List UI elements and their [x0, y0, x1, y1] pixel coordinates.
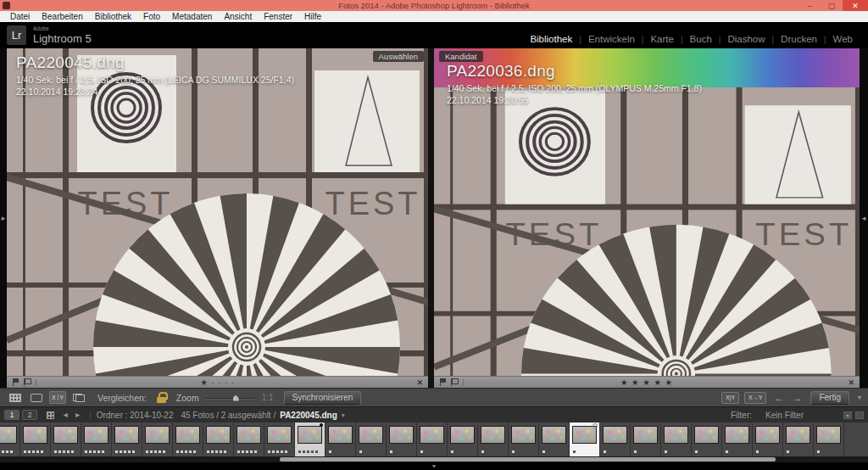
filmstrip-thumbnail[interactable]: [600, 422, 631, 456]
filmstrip-thumbnail[interactable]: [81, 422, 112, 456]
filmstrip-thumbnail[interactable]: [203, 422, 234, 456]
right-panel-reveal[interactable]: ◂: [860, 48, 868, 388]
previous-photo-button[interactable]: ←: [774, 392, 784, 404]
thumbnail-rating-dots: [604, 450, 606, 453]
primary-monitor-button[interactable]: 1: [4, 410, 19, 420]
filter-preset-caret-icon[interactable]: ▾: [843, 411, 852, 419]
select-close-icon[interactable]: ✕: [416, 378, 423, 387]
filmstrip-thumbnail[interactable]: [234, 422, 264, 456]
filmstrip-thumbnail[interactable]: [722, 422, 753, 456]
filmstrip-thumbnail[interactable]: [692, 422, 722, 456]
filter-dropdown[interactable]: Kein Filter: [765, 411, 840, 420]
next-photo-button[interactable]: →: [792, 392, 802, 404]
filmstrip-thumbnail[interactable]: [356, 422, 387, 456]
filmstrip-thumbnail[interactable]: [112, 422, 142, 456]
candidate-datetime: 22.10.2014 19:20:55: [447, 95, 702, 105]
menu-foto[interactable]: Foto: [137, 12, 166, 21]
filmstrip-thumbnail[interactable]: [142, 422, 173, 456]
filmstrip-thumbnail[interactable]: [631, 422, 661, 456]
menu-ansicht[interactable]: Ansicht: [218, 12, 258, 21]
filmstrip-thumbnail[interactable]: [326, 422, 356, 456]
filmstrip-thumbnail[interactable]: [661, 422, 692, 456]
candidate-star-rating[interactable]: ★ ★ ★ ★ ★: [620, 378, 673, 387]
flag-pick-icon[interactable]: [13, 378, 19, 386]
module-diashow[interactable]: Diashow: [721, 34, 771, 44]
filmstrip-thumbnail[interactable]: [478, 422, 509, 456]
candidate-photo-info: PA220036.dng 1/40 Sek. bei f / 2,5, ISO …: [447, 62, 702, 105]
thumbnail-image: [603, 426, 627, 444]
thumbnail-rating-dots: [451, 450, 453, 453]
filmstrip-thumbnail[interactable]: [0, 422, 20, 456]
menu-datei[interactable]: Datei: [4, 12, 36, 21]
menu-bearbeiten[interactable]: Bearbeiten: [36, 12, 88, 21]
candidate-photo-toolbar: ★ ★ ★ ★ ★ ✕: [434, 376, 860, 388]
secondary-monitor-button[interactable]: 2: [22, 410, 37, 420]
flag-pick-icon[interactable]: [440, 378, 447, 386]
source-dropdown-icon[interactable]: ▾: [342, 411, 345, 419]
thumbnail-rating-dots: [573, 450, 576, 453]
thumbnail-rating-dots: [207, 450, 226, 453]
thumbnail-rating-dots: [0, 450, 13, 453]
module-web[interactable]: Web: [826, 34, 860, 44]
select-star-rating[interactable]: ★ · · · ·: [200, 378, 235, 387]
zoom-slider-track: [206, 398, 255, 400]
flag-reject-icon[interactable]: [24, 378, 31, 386]
flag-reject-icon[interactable]: [451, 378, 458, 386]
grid-shortcut-icon[interactable]: [47, 411, 54, 419]
menu-bibliothek[interactable]: Bibliothek: [89, 12, 137, 21]
filmstrip-thumbnail[interactable]: [51, 422, 81, 456]
survey-view-button[interactable]: [70, 391, 87, 404]
done-button[interactable]: Fertig: [810, 391, 849, 405]
filmstrip-thumbnail[interactable]: [295, 422, 326, 456]
module-bibliothek[interactable]: Bibliothek: [523, 34, 579, 44]
filmstrip-thumbnail[interactable]: [20, 422, 51, 456]
source-folder-label[interactable]: Ordner : 2014-10-22: [97, 411, 174, 420]
candidate-close-icon[interactable]: ✕: [848, 378, 854, 387]
menu-metadaten[interactable]: Metadaten: [166, 12, 218, 21]
make-select-button[interactable]: X→Y: [744, 392, 766, 404]
left-panel-reveal[interactable]: ▸: [0, 48, 7, 388]
swap-select-candidate-button[interactable]: X|Y: [721, 392, 739, 404]
filter-lock-icon[interactable]: [855, 411, 864, 419]
filmstrip-collapse-icon[interactable]: ▼: [431, 463, 437, 469]
divider: [36, 379, 36, 386]
filmstrip-thumbnail[interactable]: [264, 422, 295, 456]
compare-view-button[interactable]: XY: [49, 391, 66, 404]
select-photo[interactable]: TEST TEST: [7, 48, 428, 376]
module-karte[interactable]: Karte: [643, 34, 681, 44]
zoom-ratio-button[interactable]: 1:1: [262, 393, 274, 402]
filmstrip-thumbnail[interactable]: [417, 422, 448, 456]
back-arrow-icon[interactable]: ◄: [62, 411, 69, 419]
filmstrip-thumbnail[interactable]: [539, 422, 570, 456]
menu-hilfe[interactable]: Hilfe: [298, 12, 327, 21]
filmstrip-thumbnail[interactable]: [509, 422, 539, 456]
filmstrip-thumbnail[interactable]: [814, 422, 844, 456]
synchronize-button[interactable]: Synchronisieren: [284, 391, 362, 405]
grid-view-button[interactable]: [7, 391, 24, 404]
forward-arrow-icon[interactable]: ►: [74, 411, 81, 419]
thumbnail-image: [542, 426, 566, 444]
module-buch[interactable]: Buch: [683, 34, 719, 44]
filmstrip-scrollbar-thumb[interactable]: [280, 457, 776, 462]
thumbnail-image: [298, 426, 322, 444]
candidate-photo[interactable]: Kandidat PA220036.dng 1/40 Sek. bei f / …: [434, 48, 860, 376]
zoom-lock-icon[interactable]: [157, 392, 166, 403]
filmstrip-thumbnail[interactable]: [753, 422, 783, 456]
module-entwickeln[interactable]: Entwickeln: [581, 34, 642, 44]
zoom-slider-thumb[interactable]: [233, 395, 239, 401]
filmstrip-thumbnail[interactable]: [173, 422, 203, 456]
toolbar-options-icon[interactable]: ▾: [858, 394, 861, 401]
filmstrip-thumbnail[interactable]: [570, 422, 600, 456]
filmstrip-thumbnail[interactable]: [448, 422, 478, 456]
zoom-slider[interactable]: [206, 393, 255, 403]
module-drucken[interactable]: Drucken: [774, 34, 824, 44]
thumbnail-rating-dots: [115, 450, 135, 453]
current-file-label[interactable]: PA220045.dng: [280, 411, 337, 420]
thumbnail-rating-dots: [24, 450, 43, 453]
filmstrip-thumbnail[interactable]: [387, 422, 417, 456]
loupe-view-button[interactable]: [28, 391, 45, 404]
thumbnail-rating-dots: [390, 450, 392, 453]
filmstrip-thumbnail[interactable]: [783, 422, 814, 456]
thumbnail-rating-dots: [726, 450, 728, 453]
menu-fenster[interactable]: Fenster: [258, 12, 298, 21]
